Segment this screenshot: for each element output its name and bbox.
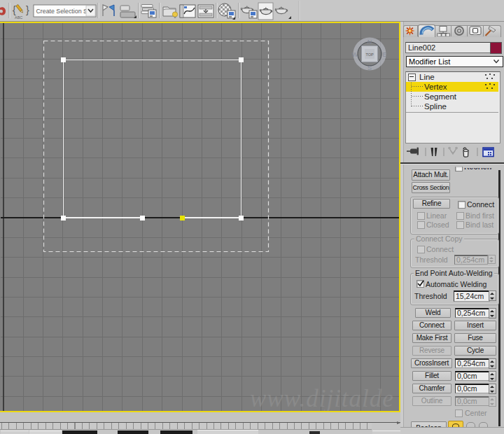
svg-text:S: S [368,64,372,71]
svg-text:}: } [26,4,29,15]
svg-text:{: { [13,4,16,15]
svg-text:N: N [368,38,372,46]
svg-text:Create Selection Se: Create Selection Se [36,8,91,15]
svg-text:E: E [382,51,386,58]
svg-text:ABC: ABC [15,15,22,20]
svg-text:TOP: TOP [365,52,374,57]
svg-text:W: W [352,51,358,58]
